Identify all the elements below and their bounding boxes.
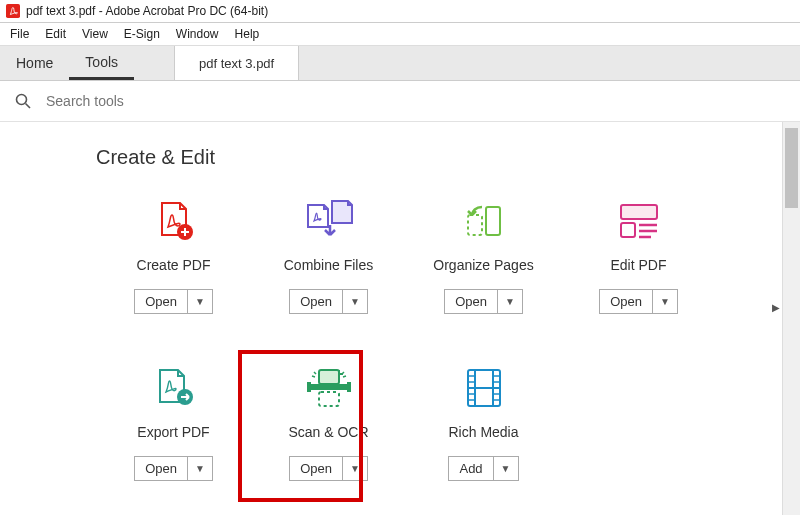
create-pdf-icon [152, 199, 196, 243]
menu-esign[interactable]: E-Sign [124, 27, 160, 41]
menu-edit[interactable]: Edit [45, 27, 66, 41]
rich-media-icon [466, 368, 502, 408]
tool-label: Combine Files [284, 257, 373, 273]
tool-export-pdf[interactable]: Export PDF Open▼ [96, 364, 251, 481]
right-panel-toggle[interactable]: ▶ [772, 302, 780, 313]
titlebar: pdf text 3.pdf - Adobe Acrobat Pro DC (6… [0, 0, 800, 23]
open-dropdown[interactable]: ▼ [187, 457, 212, 480]
open-dropdown[interactable]: ▼ [342, 290, 367, 313]
tab-document[interactable]: pdf text 3.pdf [174, 46, 299, 80]
svg-rect-4 [486, 207, 500, 235]
tool-label: Rich Media [448, 424, 518, 440]
svg-rect-14 [307, 382, 311, 392]
open-button[interactable]: Open [135, 457, 187, 480]
menu-window[interactable]: Window [176, 27, 219, 41]
window-title: pdf text 3.pdf - Adobe Acrobat Pro DC (6… [26, 4, 268, 18]
open-dropdown[interactable]: ▼ [187, 290, 212, 313]
menu-view[interactable]: View [82, 27, 108, 41]
search-bar [0, 81, 800, 122]
scan-ocr-icon [305, 366, 353, 410]
add-button[interactable]: Add [449, 457, 492, 480]
svg-rect-7 [621, 223, 635, 237]
export-pdf-icon [152, 366, 196, 410]
tool-label: Scan & OCR [288, 424, 368, 440]
open-dropdown[interactable]: ▼ [497, 290, 522, 313]
scroll-thumb[interactable] [785, 128, 798, 208]
open-dropdown[interactable]: ▼ [342, 457, 367, 480]
edit-pdf-icon [617, 201, 661, 241]
add-dropdown[interactable]: ▼ [493, 457, 518, 480]
menu-help[interactable]: Help [235, 27, 260, 41]
svg-rect-0 [6, 4, 20, 18]
tab-tools[interactable]: Tools [69, 46, 134, 80]
tool-organize-pages[interactable]: Organize Pages Open▼ [406, 197, 561, 314]
tool-label: Export PDF [137, 424, 209, 440]
search-input[interactable] [44, 92, 348, 110]
acrobat-app-icon [6, 4, 20, 18]
menubar: File Edit View E-Sign Window Help [0, 23, 800, 46]
svg-rect-13 [311, 384, 347, 390]
tool-scan-ocr[interactable]: Scan & OCR Open▼ [251, 364, 406, 481]
tool-label: Create PDF [137, 257, 211, 273]
svg-line-2 [26, 104, 31, 109]
open-button[interactable]: Open [600, 290, 652, 313]
open-button[interactable]: Open [445, 290, 497, 313]
scrollbar[interactable]: ▲ [782, 122, 800, 515]
svg-rect-12 [319, 370, 339, 384]
open-button[interactable]: Open [290, 457, 342, 480]
section-title: Create & Edit [96, 146, 800, 169]
open-dropdown[interactable]: ▼ [652, 290, 677, 313]
tool-rich-media[interactable]: Rich Media Add▼ [406, 364, 561, 481]
tab-strip: Home Tools pdf text 3.pdf [0, 46, 800, 81]
tool-label: Edit PDF [610, 257, 666, 273]
organize-pages-icon [462, 199, 506, 243]
open-button[interactable]: Open [290, 290, 342, 313]
svg-point-1 [17, 95, 27, 105]
tool-label: Organize Pages [433, 257, 533, 273]
tools-panel: Create & Edit Create PDF Open▼ Combine F… [0, 122, 800, 515]
svg-rect-6 [621, 205, 657, 219]
open-button[interactable]: Open [135, 290, 187, 313]
combine-files-icon [304, 199, 354, 243]
menu-file[interactable]: File [10, 27, 29, 41]
svg-rect-5 [468, 215, 482, 235]
tool-create-pdf[interactable]: Create PDF Open▼ [96, 197, 251, 314]
tool-edit-pdf[interactable]: Edit PDF Open▼ [561, 197, 716, 314]
tool-combine-files[interactable]: Combine Files Open▼ [251, 197, 406, 314]
svg-rect-16 [319, 392, 339, 406]
svg-rect-15 [347, 382, 351, 392]
tab-home[interactable]: Home [0, 46, 69, 80]
search-icon [14, 92, 32, 110]
